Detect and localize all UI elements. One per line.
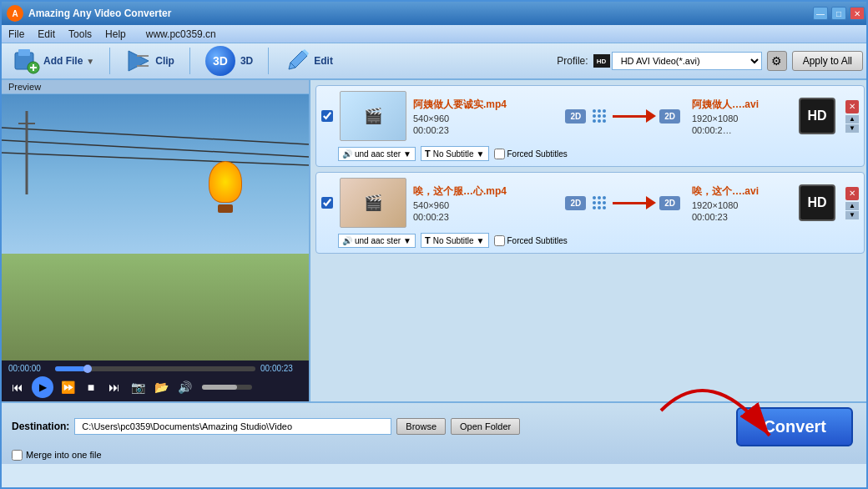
- grid-icon-2: [593, 196, 606, 209]
- thumb-inner-2: 🎬: [341, 179, 406, 227]
- subtitle-select-1[interactable]: T No Subtitle ▼: [421, 146, 489, 161]
- audio-dropdown-1: ▼: [403, 149, 411, 159]
- file-item-2-top: 🎬 唉，这个服…心.mp4 540×960 00:00:23 2D: [321, 178, 859, 228]
- skip-back-button[interactable]: ⏮: [8, 378, 27, 396]
- progress-fill: [55, 366, 85, 371]
- file-thumb-2: 🎬: [340, 178, 406, 228]
- updown-1: ▲ ▼: [845, 115, 859, 133]
- forced-sub-1: Forced Subtitles: [494, 149, 568, 159]
- volume-fill: [202, 385, 237, 390]
- menu-file[interactable]: File: [8, 28, 24, 40]
- profile-hd-badge: HD: [593, 54, 610, 68]
- add-file-button[interactable]: Add File ▼: [8, 44, 99, 78]
- audio-icon-2: 🔊: [342, 236, 352, 245]
- main-content: Preview: [2, 80, 868, 401]
- output-name-2: 唉，这个….avi: [692, 184, 792, 199]
- title-bar: A Amazing Any Video Converter — □ ✕: [2, 2, 868, 25]
- subtitle-dropdown-1: ▼: [477, 149, 485, 159]
- audio-select-1[interactable]: 🔊 und aac ster ▼: [338, 147, 416, 161]
- forced-sub-2: Forced Subtitles: [494, 235, 568, 246]
- progress-thumb: [83, 365, 92, 373]
- volume-icon: 🔊: [175, 378, 194, 396]
- play-button[interactable]: ▶: [32, 376, 53, 398]
- minimize-button[interactable]: —: [813, 7, 828, 20]
- app-title: Amazing Any Video Converter: [28, 8, 171, 19]
- file-list-panel: 🎬 阿姨做人要诚实.mp4 540×960 00:00:23 2D: [310, 80, 868, 401]
- add-file-dropdown-icon[interactable]: ▼: [86, 57, 94, 66]
- stop-button[interactable]: ■: [82, 378, 100, 396]
- browse-button[interactable]: Browse: [396, 418, 446, 435]
- audio-select-2[interactable]: 🔊 und aac ster ▼: [338, 234, 416, 248]
- item-controls-2: ✕ ▲ ▼: [845, 187, 859, 219]
- svg-marker-5: [129, 51, 149, 71]
- open-folder-button[interactable]: Open Folder: [451, 418, 520, 435]
- volume-bar[interactable]: [202, 385, 252, 390]
- toolbar-sep-2: [189, 48, 190, 74]
- folder-button[interactable]: 📂: [152, 378, 170, 396]
- file-thumb-1: 🎬: [340, 91, 406, 141]
- convert-arrow-2: [613, 196, 656, 209]
- convert-button[interactable]: Convert: [736, 407, 853, 446]
- edit-label: Edit: [314, 55, 333, 67]
- merge-checkbox[interactable]: [12, 450, 23, 461]
- preview-ground: [2, 254, 309, 360]
- up-button-1[interactable]: ▲: [845, 115, 859, 124]
- thumb-inner-1: 🎬: [341, 92, 406, 140]
- 3d-icon: 3D: [205, 46, 235, 76]
- fast-forward-button[interactable]: ⏩: [58, 378, 77, 396]
- menu-help[interactable]: Help: [105, 28, 126, 40]
- destination-label: Destination:: [12, 421, 69, 432]
- file-item-1-top: 🎬 阿姨做人要诚实.mp4 540×960 00:00:23 2D: [321, 91, 859, 141]
- add-file-label: Add File: [43, 55, 83, 67]
- close-button-1[interactable]: ✕: [845, 100, 859, 113]
- file-checkbox-2[interactable]: [321, 197, 333, 209]
- preview-controls: 00:00:00 00:00:23 ⏮ ▶ ⏩ ■ ⏭ 📷 📂 🔊: [2, 360, 309, 401]
- profile-select[interactable]: HD AVI Video(*.avi): [612, 52, 762, 70]
- output-res-1: 1920×1080: [692, 113, 792, 124]
- file-name-1: 阿姨做人要诚实.mp4: [413, 98, 553, 112]
- skip-forward-button[interactable]: ⏭: [105, 378, 124, 396]
- output-name-1: 阿姨做人….avi: [692, 98, 792, 112]
- file-name-2: 唉，这个服…心.mp4: [413, 184, 553, 199]
- camera-button[interactable]: 📷: [129, 378, 147, 396]
- app-logo: A: [7, 5, 23, 22]
- forced-sub-checkbox-1[interactable]: [494, 149, 505, 159]
- menu-edit[interactable]: Edit: [38, 28, 55, 40]
- toolbar: Add File ▼ Clip 3D 3D: [2, 43, 868, 80]
- output-info-2: 唉，这个….avi 1920×1080 00:00:23: [692, 184, 792, 222]
- file-item-2-bottom: 🔊 und aac ster ▼ T No Subtitle ▼ Forced …: [321, 233, 859, 248]
- audio-value-2: und aac ster: [355, 236, 401, 245]
- badge-2d-out-2: 2D: [659, 196, 680, 210]
- time-current: 00:00:00: [8, 364, 50, 373]
- hd-badge-2: HD: [799, 184, 835, 221]
- apply-all-button[interactable]: Apply to All: [792, 51, 863, 71]
- file-checkbox-1[interactable]: [321, 110, 333, 122]
- file-dur-1: 00:00:23: [413, 125, 553, 135]
- subtitle-icon-2: T: [425, 235, 431, 245]
- subtitle-select-2[interactable]: T No Subtitle ▼: [421, 233, 489, 248]
- time-row: 00:00:00 00:00:23: [8, 364, 302, 373]
- progress-bar[interactable]: [55, 366, 255, 371]
- forced-sub-label-1: Forced Subtitles: [507, 149, 568, 159]
- profile-row: Profile: HD HD AVI Video(*.avi) ⚙ Apply …: [557, 51, 863, 71]
- destination-path[interactable]: [74, 418, 391, 435]
- 3d-label: 3D: [240, 55, 253, 67]
- gear-button[interactable]: ⚙: [767, 51, 787, 71]
- edit-button[interactable]: Edit: [279, 44, 338, 78]
- add-file-icon: [13, 48, 40, 74]
- up-button-2[interactable]: ▲: [845, 202, 859, 210]
- subtitle-dropdown-2: ▼: [477, 236, 485, 245]
- maximize-button[interactable]: □: [831, 7, 846, 20]
- forced-sub-checkbox-2[interactable]: [494, 235, 505, 246]
- 3d-button[interactable]: 3D 3D: [200, 43, 258, 79]
- badge-2d-in-1: 2D: [565, 109, 586, 124]
- close-button-2[interactable]: ✕: [845, 187, 859, 200]
- preview-label: Preview: [2, 80, 309, 94]
- convert-arrow-1: [613, 109, 656, 123]
- clip-button[interactable]: Clip: [120, 44, 179, 78]
- preview-sky: [2, 94, 309, 267]
- down-button-2[interactable]: ▼: [845, 211, 859, 219]
- down-button-1[interactable]: ▼: [845, 124, 859, 133]
- close-button[interactable]: ✕: [850, 7, 865, 20]
- menu-tools[interactable]: Tools: [68, 28, 92, 40]
